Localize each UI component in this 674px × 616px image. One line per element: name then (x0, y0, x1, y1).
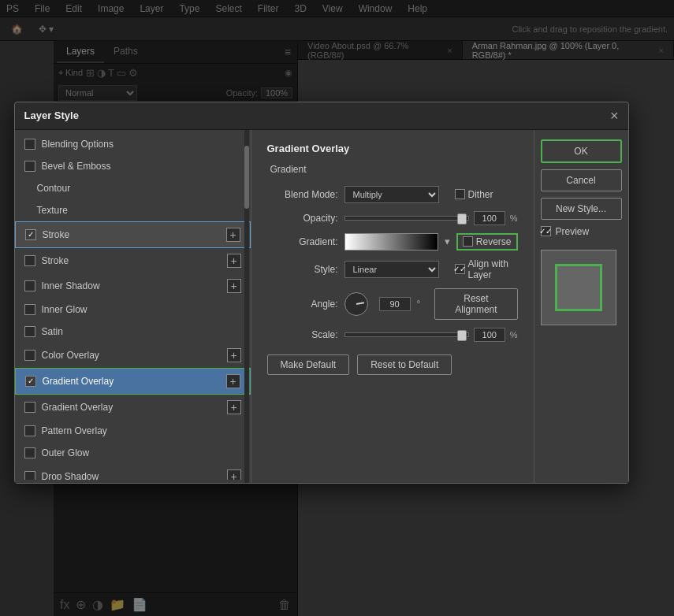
ok-btn[interactable]: OK (541, 139, 622, 163)
stroke-1-label: Stroke (43, 229, 70, 240)
gradient-settings-panel: Gradient Overlay Gradient Blend Mode: Mu… (251, 130, 534, 483)
drop-shadow-1-label: Drop Shadow (42, 471, 99, 480)
stroke-2-add-btn[interactable]: + (227, 254, 241, 268)
opacity-slider-track[interactable] (344, 216, 469, 221)
new-style-btn[interactable]: New Style... (541, 198, 622, 220)
reset-to-default-btn[interactable]: Reset to Default (357, 354, 452, 375)
blending-label: Blending Options (42, 139, 114, 150)
gradient-preview-container: ▾ (344, 233, 450, 250)
opacity-slider-container: 100 % (344, 211, 518, 225)
scale-slider-thumb[interactable] (457, 330, 467, 341)
style-row: Style: Linear ✓ Align with Layer (267, 258, 518, 280)
align-layer-wrapper: ✓ Align with Layer (455, 258, 518, 280)
align-layer-checkbox[interactable]: ✓ (455, 264, 465, 274)
angle-label: Angle: (267, 299, 338, 310)
style-item-outer-glow[interactable]: Outer Glow (15, 442, 251, 464)
reverse-checkbox[interactable] (463, 236, 473, 247)
scale-slider-track[interactable] (344, 332, 469, 337)
style-item-drop-shadow-1[interactable]: Drop Shadow + (15, 464, 251, 480)
satin-checkbox[interactable] (24, 326, 35, 337)
style-item-color-overlay[interactable]: Color Overlay + (15, 343, 251, 368)
drop-shadow-1-add-btn[interactable]: + (227, 469, 241, 480)
make-default-btn[interactable]: Make Default (267, 354, 350, 375)
modal-close-btn[interactable]: × (610, 109, 619, 123)
blending-checkbox[interactable] (24, 139, 35, 150)
gradient-style-select[interactable]: Linear (344, 261, 439, 278)
scale-slider-container: 100 % (344, 328, 518, 342)
style-item-pattern-overlay[interactable]: Pattern Overlay (15, 420, 251, 442)
action-buttons: Make Default Reset to Default (267, 354, 518, 375)
style-item-satin[interactable]: Satin (15, 321, 251, 343)
style-item-gradient-overlay-2[interactable]: Gradient Overlay + (15, 395, 251, 420)
preview-wrapper: ✓ Preview (541, 226, 622, 237)
bevel-label: Bevel & Emboss (42, 161, 111, 172)
satin-label: Satin (42, 326, 63, 337)
style-panel: Blending Options Bevel & Emboss Contour … (15, 130, 251, 483)
gradient-overlay-1-label: Gradient Overlay (43, 376, 114, 387)
cancel-btn[interactable]: Cancel (541, 169, 622, 191)
preview-label: Preview (556, 226, 590, 237)
gradient-overlay-2-add-btn[interactable]: + (227, 400, 241, 414)
gradient-preview-swatch[interactable] (344, 233, 438, 250)
style-label: Style: (267, 264, 338, 275)
opacity-row: Opacity: 100 % (267, 211, 518, 225)
texture-label: Texture (37, 205, 68, 216)
style-item-stroke-2[interactable]: Stroke + (15, 248, 251, 273)
scale-value-input[interactable]: 100 (474, 328, 505, 342)
color-overlay-add-btn[interactable]: + (227, 348, 241, 362)
scale-percent: % (510, 330, 518, 340)
opacity-percent: % (510, 213, 518, 223)
dither-checkbox[interactable] (455, 189, 465, 199)
outer-glow-checkbox[interactable] (24, 447, 35, 458)
bevel-checkbox[interactable] (24, 161, 35, 172)
modal-overlay: Layer Style × Blending Options Bevel & E… (0, 0, 674, 616)
stroke-2-label: Stroke (42, 255, 69, 266)
style-item-inner-glow[interactable]: Inner Glow (15, 299, 251, 321)
stroke-1-add-btn[interactable]: + (226, 228, 240, 242)
inner-shadow-checkbox[interactable] (24, 280, 35, 291)
opacity-value-input[interactable]: 100 (474, 211, 505, 225)
inner-shadow-label: Inner Shadow (42, 280, 100, 291)
reverse-label: Reverse (476, 236, 512, 247)
color-overlay-checkbox[interactable] (24, 350, 35, 361)
subsection-title: Gradient (267, 164, 518, 175)
pattern-overlay-label: Pattern Overlay (42, 425, 107, 436)
inner-glow-checkbox[interactable] (24, 304, 35, 315)
scroll-thumb[interactable] (244, 146, 249, 209)
style-item-texture[interactable]: Texture (15, 199, 251, 221)
opacity-slider-thumb[interactable] (457, 213, 467, 225)
angle-value-input[interactable]: 90 (379, 297, 411, 311)
style-item-blending[interactable]: Blending Options (15, 133, 251, 155)
preview-checkbox[interactable]: ✓ (541, 226, 551, 236)
pattern-overlay-checkbox[interactable] (24, 425, 35, 436)
gradient-overlay-1-add-btn[interactable]: + (226, 374, 240, 388)
contour-label: Contour (37, 183, 71, 194)
drop-shadow-1-checkbox[interactable] (24, 471, 35, 480)
gradient-dropdown-arrow[interactable]: ▾ (445, 236, 450, 247)
style-item-contour[interactable]: Contour (15, 177, 251, 199)
reset-alignment-btn[interactable]: Reset Alignment (434, 288, 517, 320)
gradient-overlay-1-checkbox[interactable] (25, 376, 36, 387)
gradient-overlay-2-checkbox[interactable] (24, 402, 35, 413)
style-item-bevel[interactable]: Bevel & Emboss (15, 155, 251, 177)
inner-glow-label: Inner Glow (42, 304, 88, 315)
scale-row: Scale: 100 % (267, 328, 518, 342)
inner-shadow-add-btn[interactable]: + (227, 279, 241, 293)
gradient-row: Gradient: ▾ Reverse (267, 233, 518, 250)
stroke-2-checkbox[interactable] (24, 255, 35, 266)
modal-title-bar: Layer Style × (15, 102, 628, 130)
layer-style-modal: Layer Style × Blending Options Bevel & E… (14, 102, 629, 484)
style-item-gradient-overlay-1[interactable]: Gradient Overlay + (15, 368, 251, 395)
dither-label: Dither (468, 189, 493, 200)
style-item-inner-shadow[interactable]: Inner Shadow + (15, 273, 251, 299)
gradient-label: Gradient: (267, 236, 338, 247)
style-item-stroke-1[interactable]: Stroke + (15, 221, 251, 248)
gradient-blend-mode-select[interactable]: Multiply (344, 186, 439, 203)
opacity-label: Opacity: (267, 213, 338, 224)
reverse-container: Reverse (456, 233, 518, 250)
right-panel: OK Cancel New Style... ✓ Preview (534, 130, 628, 483)
preview-box (541, 250, 616, 325)
stroke-1-checkbox[interactable] (25, 229, 36, 240)
angle-dial[interactable] (344, 292, 368, 316)
align-layer-label: Align with Layer (468, 258, 518, 280)
